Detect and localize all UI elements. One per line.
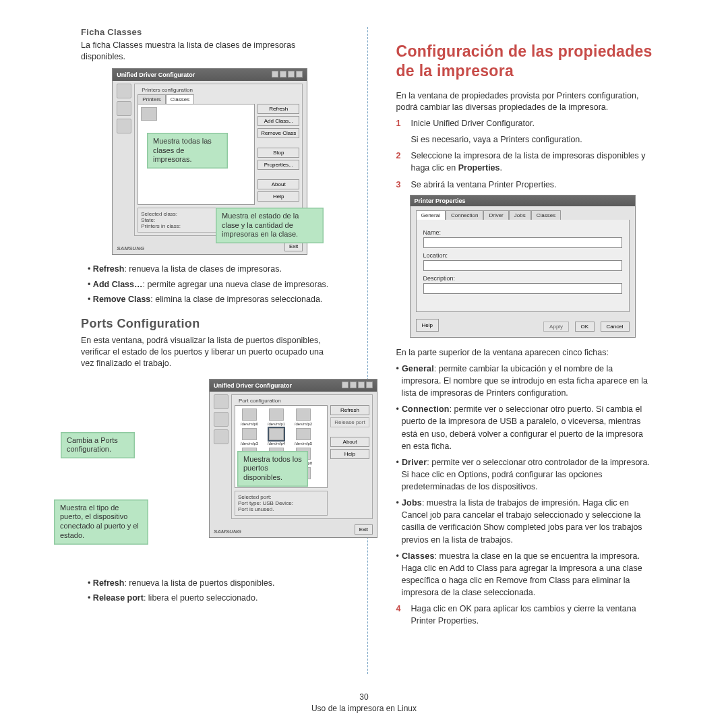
refresh-button[interactable]: Refresh (257, 104, 299, 114)
exit-button[interactable]: Exit (355, 524, 373, 535)
scanners-icon[interactable] (214, 412, 229, 427)
list-item: Refresh: renueva la lista de clases de i… (88, 263, 339, 276)
help-button[interactable]: Help (257, 191, 299, 202)
about-button[interactable]: About (330, 437, 369, 447)
ports-icon[interactable] (117, 119, 131, 133)
printers-icon[interactable] (117, 84, 131, 98)
window-title: Unified Driver Configurator (214, 382, 292, 389)
brand-label: SAMSUNG (214, 528, 241, 535)
list-item: Remove Class: elimina la clase de impres… (88, 293, 339, 306)
step-number: 4 (396, 603, 406, 627)
printers-icon[interactable] (214, 394, 229, 409)
frame-label: Port configuration (237, 398, 282, 404)
refresh-button[interactable]: Refresh (330, 405, 369, 415)
window-title: Printer Properties (415, 198, 466, 204)
left-toolbar (214, 394, 229, 519)
step-number: 3 (396, 179, 406, 191)
ports-heading: Ports Configuration (81, 317, 339, 331)
window-title: Unified Driver Configurator (117, 71, 195, 78)
printer-properties-screenshot: Printer Properties General Connection Dr… (410, 195, 636, 338)
classes-bullets: Refresh: renueva la lista de clases de i… (88, 263, 339, 306)
tab-classes[interactable]: Classes (166, 94, 194, 104)
frame-label: Printers configuration (140, 87, 194, 93)
list-item: Add Class…: permite agregar una nueva cl… (88, 278, 339, 291)
cancel-button[interactable]: Cancel (601, 322, 630, 332)
ficha-classes-heading: Ficha Classes (81, 27, 339, 37)
window-buttons (270, 71, 303, 79)
step-text: Inicie Unified Driver Configurator. Si e… (411, 117, 582, 146)
tab-descriptions: General: permite cambiar la ubicación y … (396, 363, 655, 599)
name-label: Name: (423, 229, 622, 236)
port-type-label: Port type: USB Device: (238, 500, 324, 506)
list-item: Jobs: muestra la lista de trabajos de im… (396, 497, 655, 546)
callout-ports-type: Muestra el tipo de puerto, el dispositiv… (54, 499, 148, 545)
callout-ports-all: Muestra todos los puertos disponibles. (237, 451, 308, 487)
stop-button[interactable]: Stop (257, 148, 299, 158)
tab-printers[interactable]: Printers (138, 94, 166, 104)
help-button[interactable]: Help (416, 319, 439, 332)
list-item: Connection: permite ver o seleccionar ot… (396, 403, 655, 452)
list-item: Refresh: renueva la lista de puertos dis… (88, 577, 339, 590)
name-input[interactable] (423, 237, 622, 248)
list-item: General: permite cambiar la ubicación y … (396, 363, 655, 399)
tab-classes[interactable]: Classes (531, 210, 561, 220)
about-button[interactable]: About (257, 179, 299, 189)
remove-class-button[interactable]: Remove Class (257, 128, 299, 138)
callout-state: Muestra el estado de la clase y la canti… (216, 208, 324, 243)
column-divider (367, 27, 368, 674)
page-footer: 30 Uso de la impresora en Linux (0, 692, 728, 713)
step-text: Haga clic en OK para aplicar los cambios… (411, 603, 655, 627)
ports-bullets: Refresh: renueva la lista de puertos dis… (88, 577, 339, 605)
brand-label: SAMSUNG (117, 245, 144, 251)
printer-properties-heading: Configuración de las propiedades de la i… (396, 42, 655, 81)
description-label: Description: (423, 275, 622, 282)
printer-thumb-icon (141, 107, 157, 121)
apply-button[interactable]: Apply (543, 322, 569, 332)
ports-icon[interactable] (214, 429, 229, 444)
button-column: Refresh Release port About Help (330, 405, 369, 516)
window-buttons (340, 382, 373, 390)
step-number: 2 (396, 150, 406, 174)
description-input[interactable] (423, 283, 622, 294)
scanners-icon[interactable] (117, 101, 131, 116)
section-label: Uso de la impresora en Linux (311, 704, 417, 713)
left-toolbar (117, 84, 131, 236)
page-number: 30 (0, 692, 728, 702)
step-text: Se abrirá la ventana Printer Properties. (411, 179, 557, 191)
callout-all-classes: Muestra todas las clases de impresoras. (147, 133, 228, 169)
selected-port-label: Selected port: (238, 494, 324, 500)
ficha-classes-intro: La ficha Classes muestra la lista de cla… (81, 40, 339, 63)
list-item: Release port: libera el puerto seleccion… (88, 592, 339, 605)
location-label: Location: (423, 252, 622, 259)
add-class-button[interactable]: Add Class... (257, 116, 299, 126)
step-text: Seleccione la impresora de la lista de i… (411, 150, 655, 174)
port-status-label: Port is unused. (238, 506, 324, 512)
properties-button[interactable]: Properties... (257, 160, 299, 170)
intro-paragraph: En la ventana de propiedades provista po… (396, 90, 655, 114)
list-item: Driver: permite ver o seleccionar otro c… (396, 456, 655, 493)
selected-port-frame: Selected port: Port type: USB Device: Po… (235, 491, 328, 516)
release-port-button[interactable]: Release port (330, 417, 369, 427)
ok-button[interactable]: OK (575, 322, 595, 332)
location-input[interactable] (423, 260, 622, 271)
tab-connection[interactable]: Connection (446, 210, 483, 220)
list-item: Classes: muestra la clase en la que se e… (396, 550, 655, 599)
help-button[interactable]: Help (330, 449, 369, 459)
tabs-intro: En la parte superior de la ventana apare… (396, 347, 655, 359)
callout-ports-switch: Cambia a Ports configuration. (61, 432, 135, 459)
tab-jobs[interactable]: Jobs (509, 210, 531, 220)
tab-general[interactable]: General (416, 210, 446, 220)
ports-intro: En esta ventana, podrá visualizar la lis… (81, 335, 339, 369)
step-number: 1 (396, 117, 406, 146)
tab-driver[interactable]: Driver (483, 210, 508, 220)
